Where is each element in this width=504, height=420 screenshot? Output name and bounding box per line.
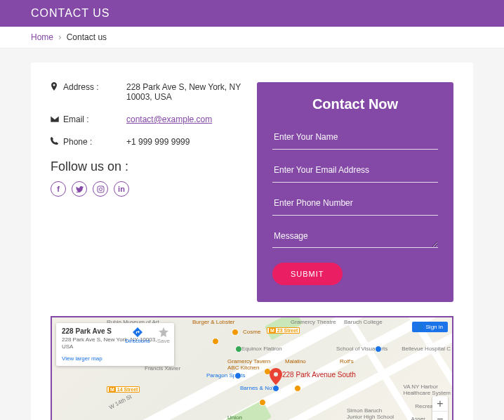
map-zoom-control: + − bbox=[432, 396, 448, 420]
social-links: f in bbox=[51, 181, 243, 197]
save-button[interactable]: Save bbox=[157, 327, 170, 344]
email-row: Email : contact@example.com bbox=[51, 114, 243, 124]
map-poi-icon bbox=[234, 372, 241, 379]
address-row: Address : 228 Park Ave S, New York, NY 1… bbox=[51, 82, 243, 102]
map-signin-button[interactable]: 👤Sign in bbox=[412, 322, 448, 332]
email-label: Email : bbox=[63, 114, 126, 124]
name-input[interactable] bbox=[272, 125, 438, 150]
map-poi-icon bbox=[232, 329, 239, 336]
directions-button[interactable]: Directions bbox=[125, 327, 150, 344]
contact-form: Contact Now SUBMIT bbox=[257, 82, 453, 302]
content-card: Address : 228 Park Ave S, New York, NY 1… bbox=[31, 63, 473, 420]
map-poi-label: Bellevue Hospital C bbox=[402, 346, 451, 352]
map[interactable]: Rubin Museum of Art Burger & Lobster Gra… bbox=[51, 316, 453, 420]
map-poi-label: Maialino bbox=[285, 358, 306, 365]
content-top-row: Address : 228 Park Ave S, New York, NY 1… bbox=[51, 82, 453, 302]
map-pin-icon bbox=[270, 368, 282, 388]
map-info-window: 228 Park Ave S 228 Park Ave S, New York,… bbox=[56, 323, 174, 366]
map-poi-label: Gramercy Theatre bbox=[291, 319, 336, 325]
map-poi-label: VA NY Harbor Healthcare System bbox=[403, 383, 451, 396]
metro-station-icon: 23 Street bbox=[267, 327, 300, 334]
envelope-icon bbox=[51, 114, 63, 124]
zoom-out-button[interactable]: − bbox=[432, 412, 448, 420]
svg-point-2 bbox=[102, 187, 102, 188]
chevron-right-icon: › bbox=[58, 32, 61, 42]
view-larger-map-link[interactable]: View larger map bbox=[62, 355, 102, 362]
phone-input[interactable] bbox=[272, 191, 438, 216]
submit-button[interactable]: SUBMIT bbox=[272, 263, 343, 285]
map-poi-label: Simon Baruch Junior High School bbox=[347, 407, 394, 420]
phone-label: Phone : bbox=[63, 137, 126, 147]
breadcrumb-current: Contact us bbox=[67, 32, 107, 42]
page-title: CONTACT US bbox=[31, 7, 110, 19]
map-poi-icon bbox=[235, 346, 242, 353]
directions-icon bbox=[133, 327, 142, 337]
map-poi-label: Union Square Park bbox=[227, 414, 258, 420]
phone-icon bbox=[51, 137, 63, 147]
breadcrumb-home-link[interactable]: Home bbox=[31, 32, 53, 42]
svg-rect-0 bbox=[98, 186, 104, 192]
star-icon bbox=[159, 327, 168, 337]
linkedin-icon[interactable]: in bbox=[114, 181, 129, 197]
map-poi-label: Equinox Flatiron bbox=[241, 346, 282, 352]
map-poi-label: Asser bbox=[411, 416, 425, 420]
save-label: Save bbox=[157, 338, 170, 344]
map-poi-icon bbox=[212, 338, 219, 345]
map-poi-label: Cosme bbox=[243, 329, 260, 335]
map-poi-label: Burger & Lobster bbox=[192, 319, 234, 325]
form-title: Contact Now bbox=[272, 96, 438, 112]
breadcrumb: Home › Contact us bbox=[0, 27, 504, 48]
contact-info-column: Address : 228 Park Ave S, New York, NY 1… bbox=[51, 82, 243, 302]
twitter-icon[interactable] bbox=[72, 181, 87, 197]
directions-label: Directions bbox=[125, 338, 150, 344]
map-street-label: W 14th St bbox=[108, 393, 133, 410]
email-input[interactable] bbox=[272, 158, 438, 183]
follow-title: Follow us on : bbox=[51, 159, 243, 174]
facebook-icon[interactable]: f bbox=[51, 181, 66, 197]
zoom-in-button[interactable]: + bbox=[432, 396, 448, 412]
map-poi-icon bbox=[294, 385, 301, 392]
message-textarea[interactable] bbox=[272, 224, 438, 248]
map-poi-icon bbox=[259, 399, 266, 406]
map-pin-label: 228 Park Avenue South bbox=[282, 371, 356, 379]
map-poi-label: Baruch College bbox=[344, 319, 383, 325]
map-poi-label: Rolf's bbox=[340, 358, 354, 365]
svg-point-1 bbox=[99, 188, 102, 190]
email-link[interactable]: contact@example.com bbox=[126, 114, 243, 124]
metro-station-icon: 14 Street bbox=[107, 386, 140, 393]
instagram-icon[interactable] bbox=[93, 181, 108, 197]
phone-row: Phone : +1 999 999 9999 bbox=[51, 137, 243, 147]
address-value: 228 Park Ave S, New York, NY 10003, USA bbox=[126, 82, 243, 102]
phone-value: +1 999 999 9999 bbox=[126, 137, 243, 147]
address-label: Address : bbox=[63, 82, 126, 92]
page-header: CONTACT US bbox=[0, 0, 504, 27]
map-poi-icon bbox=[375, 346, 382, 353]
map-poi-label: Francis Xavier bbox=[145, 365, 180, 372]
map-marker-icon bbox=[51, 82, 63, 93]
